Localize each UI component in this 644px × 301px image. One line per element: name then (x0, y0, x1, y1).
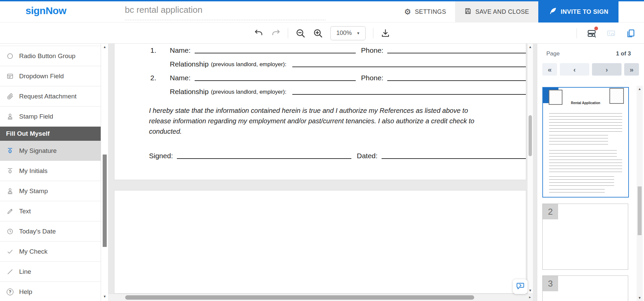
sidebar-item-my-check[interactable]: My Check (0, 242, 101, 262)
sidebar-item-dropdown-field[interactable]: Dropdown Field (0, 66, 101, 86)
sidebar-item-label: Stamp Field (19, 113, 53, 120)
relationship-label: Relationship (170, 60, 209, 68)
name-label: Name: (170, 74, 191, 82)
gear-icon: ⚙ (404, 8, 411, 16)
sidebar-scrollbar-thumb[interactable] (103, 155, 107, 247)
save-and-close-button[interactable]: SAVE AND CLOSE (455, 1, 538, 23)
relationship-1-row: Relationship (previous landlord, employe… (170, 58, 526, 68)
stamp-icon (6, 113, 14, 121)
sidebar-item-help[interactable]: ? Help (0, 282, 101, 301)
sidebar-item-label: Text (19, 208, 31, 215)
thumbnails-scrollbar-thumb[interactable] (638, 186, 642, 235)
sidebar-item-request-attachment[interactable]: Request Attachment (0, 86, 101, 106)
document-hscrollbar-thumb[interactable] (125, 295, 474, 300)
thumbnail-text-lines (549, 189, 605, 193)
relationship-blank-line (292, 87, 526, 95)
stamp-icon (6, 187, 14, 195)
signed-dated-row: Signed: Dated: (149, 150, 526, 160)
sidebar-item-todays-date[interactable]: Today's Date (0, 221, 101, 242)
page-indicator-row: Page 1 of 3 (546, 50, 631, 57)
sidebar-item-my-signature[interactable]: My Signature (0, 141, 101, 161)
relationship-2-row: Relationship (previous landlord, employe… (170, 86, 526, 96)
toolbar-separator (577, 28, 577, 38)
field-finder-button[interactable] (587, 29, 596, 38)
next-page-button[interactable]: › (592, 63, 622, 76)
previous-page-button[interactable]: ‹ (560, 63, 589, 76)
thumbnails-scrollbar[interactable]: ▲ ▼ (637, 86, 643, 301)
scroll-up-arrow[interactable]: ▲ (101, 45, 108, 49)
toolbar-separator (373, 28, 373, 38)
invite-to-sign-button[interactable]: INVITE TO SIGN (538, 1, 618, 23)
document-title-input[interactable]: bc rental application (125, 5, 326, 15)
page-count: 1 of 3 (616, 50, 631, 57)
header-bar: signNow bc rental application ⚙ SETTINGS… (0, 0, 644, 23)
sidebar-item-my-stamp[interactable]: My Stamp (0, 181, 101, 201)
name-label: Name: (170, 46, 191, 54)
list-number: 1. (150, 46, 170, 54)
copy-pages-button[interactable] (626, 29, 635, 38)
sidebar-item-label: Help (19, 288, 32, 296)
thumbnail-page-number: 2 (543, 204, 558, 219)
sidebar-item-label: Request Attachment (19, 93, 77, 100)
document-page-1[interactable]: 1. Name: Phone: Relationship (previous l… (114, 44, 526, 180)
document-canvas[interactable]: 1. Name: Phone: Relationship (previous l… (108, 44, 537, 301)
document-scrollbar-thumb[interactable] (529, 115, 532, 156)
last-page-button[interactable]: » (624, 63, 639, 76)
name-blank-line (195, 73, 356, 81)
dated-blank-line (382, 151, 526, 159)
phone-label: Phone: (361, 46, 384, 54)
signature-nib-icon (6, 147, 14, 155)
sidebar-item-stamp-field[interactable]: Stamp Field (0, 106, 101, 127)
sidebar-item-label: My Initials (19, 167, 47, 175)
pencil-icon (6, 207, 14, 215)
first-page-button[interactable]: « (542, 63, 557, 76)
sidebar-item-text[interactable]: Text (0, 201, 101, 221)
document-page-2[interactable] (114, 190, 526, 294)
settings-button[interactable]: ⚙ SETTINGS (395, 1, 455, 23)
dated-label: Dated: (357, 152, 378, 160)
fill-out-myself-section-header: Fill Out Myself (0, 127, 101, 141)
thumbnail-title: Rental Application (543, 101, 628, 105)
fields-sidebar: Radio Button Group Dropdown Field Reques… (0, 44, 101, 301)
page-thumbnail-2[interactable]: 2 (542, 204, 628, 270)
scroll-right-arrow[interactable]: ▸ (529, 295, 531, 299)
scroll-down-arrow[interactable]: ▼ (528, 289, 533, 292)
scroll-up-arrow[interactable]: ▲ (637, 87, 643, 91)
phone-blank-line (387, 73, 526, 81)
zoom-out-button[interactable] (295, 28, 305, 38)
thumbnail-page-number: 3 (543, 276, 558, 291)
thumbnail-text-lines (549, 176, 614, 186)
document-horizontal-scrollbar[interactable]: ▸ (108, 294, 533, 301)
download-button[interactable] (381, 29, 390, 38)
zoom-level-select[interactable]: 100% ▾ (330, 26, 365, 40)
signed-label: Signed: (149, 152, 173, 160)
scroll-down-arrow[interactable]: ▼ (637, 296, 643, 300)
sidebar-item-line[interactable]: Line (0, 262, 101, 282)
sidebar-item-label: My Check (19, 248, 47, 255)
scroll-up-arrow[interactable]: ▲ (528, 45, 533, 49)
zoom-in-button[interactable] (313, 28, 323, 38)
sidebar-item-label: My Signature (19, 147, 57, 155)
redo-button[interactable] (271, 29, 280, 38)
notification-dot (594, 27, 598, 30)
page-navigation: « ‹ › » (542, 63, 639, 76)
document-vertical-scrollbar[interactable]: ▲ ▼ (528, 44, 533, 294)
signnow-logo[interactable]: signNow (26, 5, 66, 16)
page-thumbnail-1[interactable]: 1 Rental Application (542, 87, 629, 198)
pages-panel: Page 1 of 3 « ‹ › » 1 Rental Application… (537, 44, 644, 301)
sidebar-item-my-initials[interactable]: My Initials (0, 161, 101, 181)
sidebar-item-radio-button-group[interactable]: Radio Button Group (0, 46, 101, 66)
sidebar-scrollbar[interactable]: ▲ ▼ (101, 44, 108, 301)
field-settings-button[interactable] (606, 29, 616, 38)
sidebar-item-label: Today's Date (19, 228, 56, 235)
toolbar-right-group (577, 23, 644, 44)
scroll-down-arrow[interactable]: ▼ (101, 295, 108, 298)
thumbnail-text-lines (549, 160, 622, 174)
sidebar-item-label: Line (19, 268, 31, 275)
feedback-chat-button[interactable] (513, 279, 528, 294)
undo-button[interactable] (254, 29, 263, 38)
feather-icon (548, 7, 557, 17)
page-thumbnail-3[interactable]: 3 (542, 275, 628, 301)
relationship-note: (previous landlord, employer): (211, 89, 287, 95)
radio-icon (6, 52, 14, 60)
